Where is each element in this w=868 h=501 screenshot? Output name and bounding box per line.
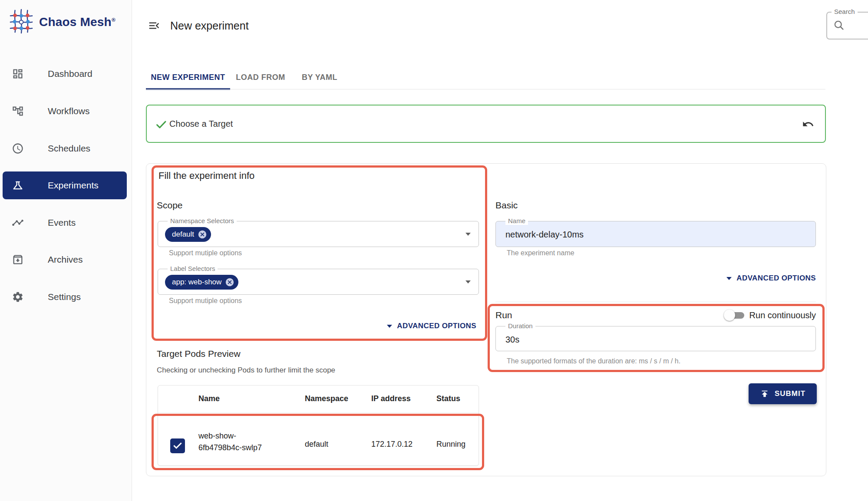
- sidebar-item-label: Workflows: [48, 106, 89, 116]
- run-heading: Run: [495, 310, 512, 320]
- label-selectors-helper: Support mutiple options: [169, 297, 242, 305]
- pod-status: Running: [436, 440, 465, 449]
- submit-button[interactable]: SUBMIT: [749, 383, 817, 404]
- duration-helper: The supported formats of the duration ar…: [507, 357, 680, 365]
- sidebar-item-dashboard[interactable]: Dashboard: [3, 60, 127, 88]
- tab-by-yaml[interactable]: BY YAML: [291, 65, 348, 89]
- sidebar-item-settings[interactable]: Settings: [3, 283, 127, 311]
- chaos-mesh-logo[interactable]: Chaos Mesh®: [10, 9, 116, 36]
- fill-info-heading: Fill the experiment info: [158, 170, 254, 181]
- logo-text: Chaos Mesh®: [39, 15, 116, 29]
- label-selectors-field[interactable]: Label Selectors app: web-show: [158, 269, 479, 295]
- chevron-down-icon: [465, 280, 471, 283]
- search-input[interactable]: [848, 17, 868, 33]
- pod-namespace: default: [305, 440, 328, 449]
- duration-input[interactable]: [505, 332, 807, 347]
- advanced-options-scope[interactable]: ADVANCED OPTIONS: [157, 322, 476, 330]
- pod-name: web-show-6fb4798b4c-swlp7: [198, 430, 264, 454]
- sidebar-item-label: Schedules: [48, 143, 90, 154]
- section-divider: [495, 302, 816, 302]
- sidebar-item-events[interactable]: Events: [3, 209, 127, 237]
- run-continuously-toggle[interactable]: [725, 312, 744, 319]
- chip-delete-icon[interactable]: [225, 277, 234, 287]
- chip-delete-icon[interactable]: [198, 230, 207, 239]
- page-title: New experiment: [170, 20, 249, 32]
- experiment-name-field[interactable]: Name: [495, 221, 816, 247]
- experiment-form-card: Fill the experiment info Scope Namespace…: [146, 163, 826, 476]
- run-continuously-label: Run continuously: [749, 310, 816, 320]
- duration-field-label: Duration: [505, 322, 535, 330]
- experiment-name-input[interactable]: [505, 227, 807, 242]
- clock-icon: [11, 142, 24, 155]
- upload-icon: [760, 389, 769, 399]
- submit-label: SUBMIT: [775, 389, 805, 398]
- column-header-status: Status: [436, 394, 460, 403]
- chevron-down-icon: [465, 233, 471, 236]
- menu-open-icon[interactable]: [148, 19, 161, 32]
- search-field[interactable]: Search: [826, 12, 868, 40]
- label-selectors-label: Label Selectors: [168, 265, 218, 273]
- search-icon: [833, 19, 845, 31]
- advanced-options-label: ADVANCED OPTIONS: [736, 274, 816, 283]
- label-chip-label: app: web-show: [172, 278, 221, 287]
- name-field-helper: The experiment name: [507, 249, 574, 257]
- sidebar-item-experiments[interactable]: Experiments: [3, 171, 127, 199]
- sidebar-item-label: Archives: [48, 254, 83, 265]
- undo-button[interactable]: [801, 117, 815, 132]
- toggle-thumb: [724, 310, 735, 321]
- gear-icon: [11, 290, 24, 303]
- pod-ip-address: 172.17.0.12: [371, 440, 413, 449]
- advanced-options-label: ADVANCED OPTIONS: [397, 322, 476, 330]
- pods-table: Name Namespace IP address Status web-sho…: [158, 385, 479, 466]
- sidebar-item-workflows[interactable]: Workflows: [3, 97, 127, 125]
- check-icon: [155, 118, 168, 131]
- flask-icon: [11, 179, 24, 192]
- sidebar-item-label: Dashboard: [48, 69, 92, 79]
- column-header-namespace: Namespace: [305, 394, 348, 403]
- advanced-options-basic[interactable]: ADVANCED OPTIONS: [495, 274, 816, 283]
- choose-target-label: Choose a Target: [169, 119, 233, 129]
- pods-preview-subheading: Checking or unchecking Pods to further l…: [157, 366, 335, 375]
- tabs-divider: [146, 89, 825, 89]
- sidebar: Chaos Mesh® Dashboard Workflows Schedule…: [0, 0, 132, 501]
- tab-new-experiment[interactable]: NEW EXPERIMENT: [146, 65, 230, 89]
- mesh-logo-icon: [10, 9, 33, 36]
- triangle-down-icon: [726, 277, 732, 280]
- search-label: Search: [832, 8, 858, 15]
- namespace-chip-label: default: [172, 230, 194, 239]
- basic-heading: Basic: [495, 200, 518, 211]
- scope-heading: Scope: [157, 200, 183, 211]
- namespace-selectors-field[interactable]: Namespace Selectors default: [158, 221, 479, 247]
- pod-checkbox[interactable]: [170, 438, 185, 453]
- tab-load-from[interactable]: LOAD FROM: [230, 65, 291, 89]
- column-header-ip: IP address: [371, 394, 411, 403]
- workflow-tree-icon: [11, 105, 24, 118]
- pods-preview-heading: Target Pods Preview: [157, 349, 241, 359]
- choose-target-panel[interactable]: Choose a Target: [146, 105, 826, 143]
- column-header-name: Name: [198, 394, 220, 403]
- duration-field[interactable]: Duration: [495, 326, 816, 351]
- dashboard-icon: [11, 67, 24, 80]
- sidebar-item-archives[interactable]: Archives: [3, 246, 127, 274]
- namespace-helper: Support mutiple options: [169, 249, 242, 257]
- sidebar-item-label: Experiments: [48, 180, 99, 191]
- sidebar-item-label: Events: [48, 218, 76, 228]
- timeline-icon: [11, 216, 24, 229]
- label-selector-chip[interactable]: app: web-show: [165, 275, 238, 290]
- sidebar-item-schedules[interactable]: Schedules: [3, 135, 127, 162]
- name-field-label: Name: [505, 217, 528, 225]
- sidebar-item-label: Settings: [48, 292, 81, 302]
- archive-icon: [11, 253, 24, 266]
- experiment-tabs: NEW EXPERIMENT LOAD FROM BY YAML: [146, 65, 348, 89]
- namespace-selectors-label: Namespace Selectors: [168, 217, 237, 225]
- namespace-chip[interactable]: default: [165, 227, 211, 242]
- table-header-divider: [158, 412, 479, 413]
- triangle-down-icon: [387, 325, 392, 328]
